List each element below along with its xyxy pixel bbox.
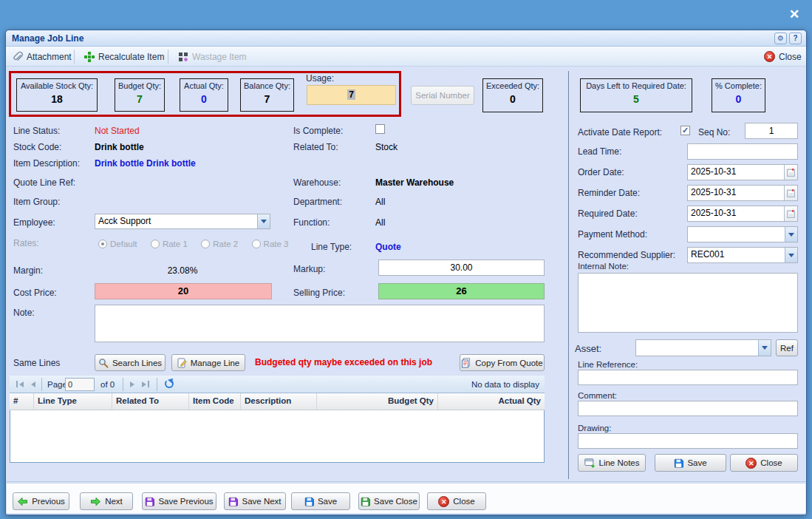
copy-icon bbox=[461, 358, 471, 368]
column-header-item-code[interactable]: Item Code bbox=[189, 393, 241, 410]
balance-qty-label: Balance Qty: bbox=[241, 81, 293, 90]
days-left-label: Days Left to Required Date: bbox=[581, 81, 692, 90]
payment-method-trigger[interactable] bbox=[785, 227, 797, 242]
is-complete-checkbox[interactable] bbox=[375, 124, 385, 134]
search-lines-button[interactable]: Search Lines bbox=[95, 354, 166, 371]
copy-from-quote-label: Copy From Quote bbox=[475, 359, 542, 367]
attachment-button[interactable]: Attachment bbox=[9, 49, 75, 64]
manage-line-button[interactable]: Manage Line bbox=[171, 354, 245, 371]
previous-button[interactable]: Previous bbox=[13, 492, 69, 510]
line-notes-button[interactable]: Line Notes bbox=[578, 454, 646, 472]
panel-close-button[interactable]: ✕ Close bbox=[730, 454, 798, 472]
budget-qty-value: 7 bbox=[115, 93, 164, 105]
activate-date-report-checkbox[interactable]: ✓ bbox=[680, 126, 690, 135]
close-circle-icon: ✕ bbox=[746, 458, 757, 469]
recommended-supplier-dropdown[interactable]: REC001 bbox=[687, 247, 798, 263]
asset-trigger[interactable] bbox=[758, 340, 771, 356]
footer-save-button[interactable]: Save bbox=[291, 492, 350, 510]
next-page-button[interactable] bbox=[130, 381, 134, 387]
copy-from-quote-button[interactable]: Copy From Quote bbox=[460, 354, 545, 371]
lead-time-input[interactable] bbox=[687, 143, 798, 160]
order-date-field[interactable]: 2025-10-31 bbox=[687, 164, 798, 180]
help-button[interactable]: ? bbox=[789, 33, 802, 44]
footer-close-button[interactable]: ✕ Close bbox=[427, 492, 486, 510]
comment-input[interactable] bbox=[578, 401, 798, 416]
cost-price-input[interactable]: 20 bbox=[95, 283, 272, 299]
drawing-input[interactable] bbox=[578, 433, 798, 449]
actual-qty-box: Actual Qty: 0 bbox=[180, 78, 228, 112]
related-to-label: Related To: bbox=[293, 142, 338, 152]
order-date-calendar-trigger[interactable] bbox=[784, 165, 797, 180]
rate-1-label: Rate 1 bbox=[163, 240, 188, 248]
save-close-button[interactable]: Save Close bbox=[358, 492, 420, 510]
panel-close-label: Close bbox=[760, 458, 782, 467]
markup-label: Markup: bbox=[293, 264, 325, 274]
seq-no-input[interactable] bbox=[745, 123, 798, 139]
budget-qty-label: Budget Qty: bbox=[115, 81, 164, 90]
settings-gear-button[interactable]: ⚙ bbox=[774, 33, 787, 44]
rate-1-radio[interactable] bbox=[151, 240, 160, 248]
first-page-icon[interactable] bbox=[16, 381, 18, 387]
employee-dropdown-trigger[interactable] bbox=[257, 214, 270, 228]
required-date-calendar-trigger[interactable] bbox=[784, 206, 797, 221]
days-left-value: 5 bbox=[581, 93, 692, 105]
toolbar-close-button[interactable]: ✕ Close bbox=[761, 49, 805, 64]
column-header-description[interactable]: Description bbox=[241, 393, 317, 410]
recommended-supplier-trigger[interactable] bbox=[785, 248, 797, 262]
usage-input[interactable]: 7 bbox=[307, 85, 396, 105]
column-header-line-type[interactable]: Line Type bbox=[34, 393, 112, 410]
toolbar-close-label: Close bbox=[779, 52, 802, 62]
column-header-number[interactable]: # bbox=[10, 393, 34, 410]
line-reference-input[interactable] bbox=[578, 370, 798, 385]
payment-method-dropdown[interactable] bbox=[687, 226, 798, 242]
function-label: Function: bbox=[293, 217, 330, 228]
rate-3-radio[interactable] bbox=[252, 240, 261, 248]
column-header-budget-qty[interactable]: Budget Qty bbox=[317, 393, 438, 410]
wastage-label: Wastage Item bbox=[192, 52, 247, 62]
column-header-actual-qty[interactable]: Actual Qty bbox=[438, 393, 545, 410]
reminder-date-calendar-trigger[interactable] bbox=[784, 186, 797, 200]
reminder-date-field[interactable]: 2025-10-31 bbox=[687, 185, 798, 201]
previous-label: Previous bbox=[32, 497, 65, 506]
last-page-icon[interactable] bbox=[148, 381, 149, 387]
save-next-button[interactable]: Save Next bbox=[224, 492, 286, 510]
save-previous-button[interactable]: Save Previous bbox=[142, 492, 216, 510]
column-header-related-to[interactable]: Related To bbox=[112, 393, 189, 410]
activate-date-report-label: Activate Date Report: bbox=[578, 127, 662, 138]
required-date-value: 2025-10-31 bbox=[688, 206, 784, 221]
window-close-icon[interactable]: ✕ bbox=[785, 6, 803, 24]
asset-ref-button[interactable]: Ref bbox=[776, 339, 798, 356]
chevron-down-icon bbox=[762, 346, 768, 350]
save-floppy-icon bbox=[674, 458, 683, 468]
note-textarea[interactable] bbox=[95, 305, 545, 342]
warehouse-value: Master Warehouse bbox=[375, 177, 454, 188]
employee-dropdown[interactable]: Acck Support bbox=[95, 214, 270, 229]
refresh-icon[interactable] bbox=[165, 379, 174, 388]
serial-number-button[interactable]: Serial Number bbox=[411, 86, 474, 105]
grid-body-empty bbox=[10, 411, 544, 462]
order-date-label: Order Date: bbox=[578, 167, 624, 177]
panel-save-button[interactable]: Save bbox=[655, 454, 726, 472]
wastage-item-button[interactable]: Wastage Item bbox=[175, 49, 250, 64]
line-status-value: Not Started bbox=[95, 126, 140, 136]
usage-label: Usage: bbox=[306, 73, 334, 84]
toolbar-separator bbox=[168, 50, 168, 64]
asset-dropdown[interactable] bbox=[635, 339, 771, 356]
employee-value: Acck Support bbox=[95, 214, 257, 228]
item-group-label: Item Group: bbox=[13, 197, 60, 207]
page-number-input[interactable] bbox=[65, 378, 95, 391]
required-date-field[interactable]: 2025-10-31 bbox=[687, 206, 798, 222]
first-page-button[interactable] bbox=[19, 381, 24, 387]
selling-price-input[interactable]: 26 bbox=[378, 283, 545, 299]
recalculate-item-button[interactable]: Recalculate Item bbox=[81, 49, 167, 64]
rate-2-radio[interactable] bbox=[201, 240, 210, 248]
previous-page-button[interactable] bbox=[31, 381, 35, 387]
rate-3-label: Rate 3 bbox=[264, 240, 289, 248]
internal-note-textarea[interactable] bbox=[578, 273, 798, 333]
application-window: ✕ Manage Job Line ⚙ ? Attachment Recalcu… bbox=[0, 0, 812, 519]
markup-input[interactable] bbox=[378, 260, 545, 276]
next-button[interactable]: Next bbox=[80, 492, 133, 510]
rate-default-radio[interactable] bbox=[98, 240, 107, 248]
department-label: Department: bbox=[293, 197, 342, 207]
last-page-button[interactable] bbox=[142, 381, 146, 387]
